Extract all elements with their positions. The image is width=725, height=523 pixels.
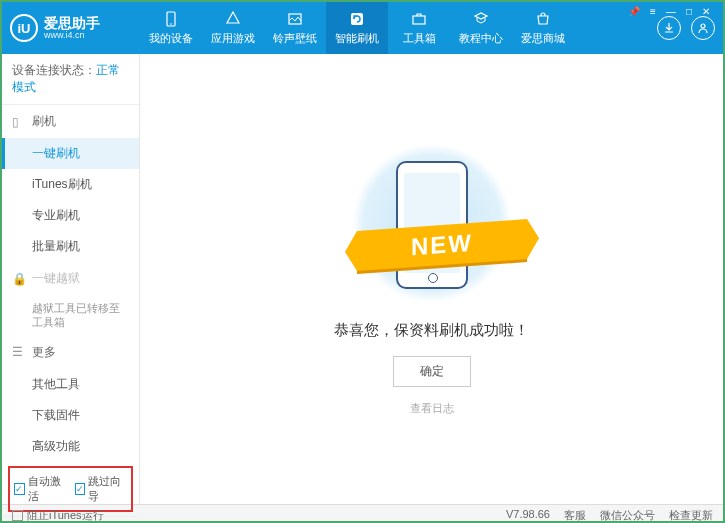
sidebar-item-other-tools[interactable]: 其他工具 <box>2 369 139 400</box>
sidebar-head-jailbreak[interactable]: 🔒 一键越狱 <box>2 262 139 295</box>
nav-my-device[interactable]: 我的设备 <box>140 2 202 54</box>
sidebar-item-download-firmware[interactable]: 下载固件 <box>2 400 139 431</box>
main-content: NEW 恭喜您，保资料刷机成功啦！ 确定 查看日志 <box>140 54 723 504</box>
sidebar-item-pro-flash[interactable]: 专业刷机 <box>2 200 139 231</box>
toolbox-icon <box>410 10 428 28</box>
svg-rect-3 <box>351 13 363 25</box>
nav-apps[interactable]: 应用游戏 <box>202 2 264 54</box>
main-nav: 我的设备 应用游戏 铃声壁纸 智能刷机 工具箱 教程中心 爱思商城 <box>140 2 574 54</box>
sidebar-item-batch-flash[interactable]: 批量刷机 <box>2 231 139 262</box>
success-message: 恭喜您，保资料刷机成功啦！ <box>334 321 529 340</box>
pin-icon[interactable]: 📌 <box>625 6 643 17</box>
tutorial-icon <box>472 10 490 28</box>
logo-icon: iU <box>10 14 38 42</box>
customer-service-link[interactable]: 客服 <box>564 508 586 523</box>
sidebar-item-itunes-flash[interactable]: iTunes刷机 <box>2 169 139 200</box>
svg-point-5 <box>701 24 705 28</box>
store-icon <box>534 10 552 28</box>
download-button[interactable] <box>657 16 681 40</box>
view-log-link[interactable]: 查看日志 <box>410 401 454 416</box>
sidebar-head-more[interactable]: ☰ 更多 <box>2 336 139 369</box>
sidebar: 设备连接状态：正常模式 ▯ 刷机 一键刷机 iTunes刷机 专业刷机 批量刷机… <box>2 54 140 504</box>
close-icon[interactable]: ✕ <box>699 6 713 17</box>
flash-icon <box>348 10 366 28</box>
svg-point-1 <box>170 23 172 25</box>
version-label: V7.98.66 <box>506 508 550 523</box>
minimize-icon[interactable]: — <box>663 6 679 17</box>
check-update-link[interactable]: 检查更新 <box>669 508 713 523</box>
checkbox-skip-guide[interactable]: ✓跳过向导 <box>75 474 128 504</box>
ok-button[interactable]: 确定 <box>393 356 471 387</box>
sidebar-item-advanced[interactable]: 高级功能 <box>2 431 139 462</box>
menu-icon[interactable]: ≡ <box>647 6 659 17</box>
lock-icon: 🔒 <box>12 272 26 286</box>
nav-ringtones[interactable]: 铃声壁纸 <box>264 2 326 54</box>
checkbox-auto-activate[interactable]: ✓自动激活 <box>14 474 67 504</box>
phone-icon: ▯ <box>12 115 26 129</box>
maximize-icon[interactable]: □ <box>683 6 695 17</box>
more-icon: ☰ <box>12 345 26 359</box>
user-button[interactable] <box>691 16 715 40</box>
svg-rect-4 <box>413 16 425 24</box>
connection-status: 设备连接状态：正常模式 <box>2 54 139 105</box>
logo: iU 爱思助手 www.i4.cn <box>10 14 140 42</box>
nav-flash[interactable]: 智能刷机 <box>326 2 388 54</box>
device-icon <box>162 10 180 28</box>
success-illustration: NEW <box>347 143 517 303</box>
app-title: 爱思助手 <box>44 16 100 30</box>
wechat-link[interactable]: 微信公众号 <box>600 508 655 523</box>
wallpaper-icon <box>286 10 304 28</box>
checkbox-block-itunes[interactable]: 阻止iTunes运行 <box>12 508 104 523</box>
options-highlight: ✓自动激活 ✓跳过向导 <box>8 466 133 512</box>
sidebar-item-onekey-flash[interactable]: 一键刷机 <box>2 138 139 169</box>
nav-tutorials[interactable]: 教程中心 <box>450 2 512 54</box>
nav-toolbox[interactable]: 工具箱 <box>388 2 450 54</box>
sidebar-head-flash[interactable]: ▯ 刷机 <box>2 105 139 138</box>
app-url: www.i4.cn <box>44 30 100 40</box>
apps-icon <box>224 10 242 28</box>
header: iU 爱思助手 www.i4.cn 我的设备 应用游戏 铃声壁纸 智能刷机 工具… <box>2 2 723 54</box>
jailbreak-note: 越狱工具已转移至工具箱 <box>2 295 139 336</box>
nav-store[interactable]: 爱思商城 <box>512 2 574 54</box>
